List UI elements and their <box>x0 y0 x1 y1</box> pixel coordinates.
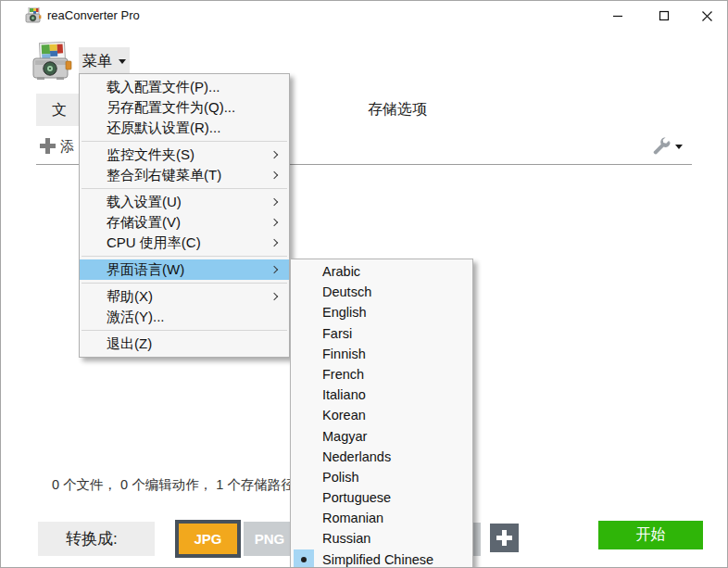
add-files-plus-icon[interactable] <box>40 138 56 154</box>
submenu-arrow-icon <box>270 171 278 179</box>
add-files-label: 添 <box>60 138 79 156</box>
wrench-dropdown-icon[interactable] <box>675 145 683 149</box>
language-submenu-popup: Arabic Deutsch English Farsi Finnish Fre… <box>290 259 473 568</box>
language-item-english[interactable]: English <box>291 302 472 322</box>
tab-files-label: 文 <box>52 102 67 118</box>
language-item-finnish[interactable]: Finnish <box>291 344 472 364</box>
maximize-icon <box>659 10 670 21</box>
submenu-arrow-icon <box>270 239 278 246</box>
menu-item-help[interactable]: 帮助(X) <box>80 286 289 307</box>
language-item-korean[interactable]: Korean <box>291 405 472 425</box>
status-summary: 0 个文件， 0 个编辑动作， 1 个存储路径 <box>52 476 295 494</box>
language-item-simplified-chinese[interactable]: Simplified Chinese <box>291 549 472 568</box>
main-menu-popup: 载入配置文件(P)... 另存配置文件为(Q)... 还原默认设置(R)... … <box>79 73 290 358</box>
app-logo-icon <box>31 42 73 82</box>
close-button[interactable] <box>685 1 728 31</box>
main-menu-button[interactable]: 菜单 <box>79 47 130 76</box>
menu-separator <box>82 141 287 142</box>
language-item-arabic[interactable]: Arabic <box>291 261 472 282</box>
format-jpg-button[interactable]: JPG <box>175 520 241 558</box>
menu-item-interface-language[interactable]: 界面语言(W) <box>80 259 289 280</box>
menu-separator <box>82 256 287 257</box>
titlebar: reaConverter Pro <box>1 1 727 31</box>
start-label: 开始 <box>636 525 666 545</box>
menu-separator <box>82 283 287 284</box>
menu-separator <box>82 330 287 331</box>
language-item-russian[interactable]: Russian <box>291 528 472 549</box>
language-item-italiano[interactable]: Italiano <box>291 385 472 405</box>
language-item-farsi[interactable]: Farsi <box>291 323 472 344</box>
tab-storage-label: 存储选项 <box>368 101 427 117</box>
language-item-deutsch[interactable]: Deutsch <box>291 282 472 302</box>
menu-item-cpu-usage[interactable]: CPU 使用率(C) <box>80 233 289 253</box>
close-icon <box>701 10 713 22</box>
jpg-label: JPG <box>194 531 221 547</box>
reaconverter-window: reaConverter Pro 菜单 <box>0 0 728 568</box>
menu-item-exit[interactable]: 退出(Z) <box>80 334 289 354</box>
menu-item-restore-defaults[interactable]: 还原默认设置(R)... <box>80 118 289 138</box>
menu-item-load-config[interactable]: 载入配置文件(P)... <box>80 77 289 97</box>
submenu-arrow-icon <box>270 219 278 226</box>
submenu-arrow-icon <box>270 151 278 158</box>
chevron-down-icon <box>119 59 126 64</box>
format-png-button[interactable]: PNG <box>244 522 295 556</box>
maximize-button[interactable] <box>643 1 685 31</box>
wrench-icon[interactable] <box>652 136 672 156</box>
submenu-arrow-icon <box>270 266 278 273</box>
menu-item-context-menu-integration[interactable]: 整合到右键菜单(T) <box>80 165 289 185</box>
png-label: PNG <box>255 531 285 547</box>
submenu-arrow-icon <box>270 293 278 300</box>
start-button[interactable]: 开始 <box>598 521 703 549</box>
language-item-nederlands[interactable]: Nederlands <box>291 447 472 467</box>
menu-item-save-settings[interactable]: 存储设置(V) <box>80 212 289 233</box>
selected-radio-icon <box>294 549 314 568</box>
window-title: reaConverter Pro <box>47 8 140 22</box>
menu-item-save-config-as[interactable]: 另存配置文件为(Q)... <box>80 97 289 118</box>
menu-item-watch-folders[interactable]: 监控文件夹(S) <box>80 145 289 165</box>
add-format-button[interactable] <box>490 524 519 552</box>
submenu-arrow-icon <box>270 198 278 206</box>
language-item-french[interactable]: French <box>291 364 472 385</box>
minimize-button[interactable] <box>596 1 639 31</box>
language-item-magyar[interactable]: Magyar <box>291 426 472 447</box>
language-item-romanian[interactable]: Romanian <box>291 508 472 528</box>
menu-button-label: 菜单 <box>82 52 112 71</box>
menu-separator <box>82 188 287 189</box>
language-item-polish[interactable]: Polish <box>291 467 472 487</box>
language-item-portuguese[interactable]: Portuguese <box>291 487 472 508</box>
tab-storage-options[interactable]: 存储选项 <box>323 100 471 120</box>
minimize-icon <box>612 10 623 21</box>
convert-to-label: 转换成: <box>38 522 155 556</box>
app-icon <box>25 7 42 24</box>
menu-item-activate[interactable]: 激活(Y)... <box>80 307 289 327</box>
menu-item-load-settings[interactable]: 载入设置(U) <box>80 192 289 212</box>
